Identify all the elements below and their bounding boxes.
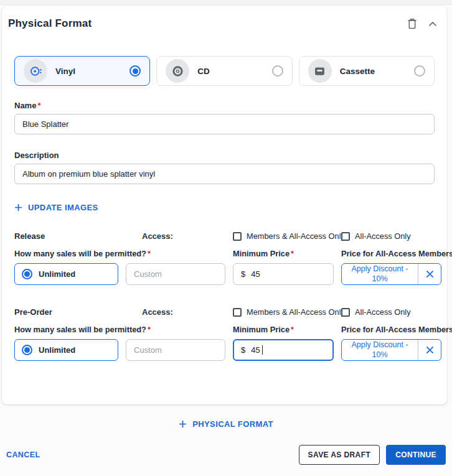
currency-symbol: $	[241, 269, 245, 279]
name-input[interactable]	[14, 114, 435, 134]
top-strip	[0, 0, 452, 5]
cassette-radio[interactable]	[414, 65, 425, 77]
add-format-row: PHYSICAL FORMAT	[0, 419, 452, 429]
cd-radio[interactable]	[272, 65, 283, 77]
cancel-button[interactable]: CANCEL	[6, 450, 40, 459]
cd-icon	[166, 59, 189, 83]
update-images-row: UPDATE IMAGES	[14, 203, 435, 214]
access-label: Access:	[126, 231, 225, 241]
physical-format-card: Physical Format	[2, 6, 447, 404]
minimum-price-label: Minimum Price*	[233, 249, 334, 258]
release-access-row: Release Access: Members & All-Access Onl…	[14, 231, 435, 241]
text-cursor	[262, 345, 263, 355]
preorder-discount-control: Apply Discount - 10%	[341, 339, 441, 361]
description-input[interactable]	[14, 164, 435, 184]
plus-icon	[179, 420, 187, 428]
release-min-price-input[interactable]: $ 45	[233, 263, 334, 285]
cassette-icon	[308, 59, 332, 83]
allaccess-price-label: Price for All-Access Members	[341, 249, 441, 258]
preorder-custom-input[interactable]	[126, 339, 225, 361]
preorder-min-price-input[interactable]: $ 45	[233, 339, 334, 361]
trash-icon[interactable]	[407, 18, 417, 29]
add-physical-format-button[interactable]: PHYSICAL FORMAT	[179, 419, 273, 429]
remove-discount-button[interactable]	[418, 264, 441, 284]
access-label: Access:	[126, 307, 225, 317]
release-allaccess-checkbox[interactable]: All-Access Only	[341, 231, 441, 241]
format-card-cassette[interactable]: Cassette	[299, 56, 435, 86]
format-label: Vinyl	[55, 67, 121, 76]
release-unlimited-option[interactable]: Unlimited	[14, 263, 118, 285]
format-card-vinyl[interactable]: Vinyl	[14, 56, 150, 86]
unlimited-label: Unlimited	[39, 269, 75, 279]
checkbox-label: Members & All-Access Only	[247, 231, 345, 241]
preorder-unlimited-option[interactable]: Unlimited	[14, 339, 118, 361]
apply-discount-button[interactable]: Apply Discount - 10%	[342, 264, 418, 284]
description-label: Description	[14, 151, 435, 160]
minimum-price-text: Minimum Price	[233, 249, 290, 258]
add-format-label: PHYSICAL FORMAT	[192, 419, 273, 429]
price-value: 45	[251, 269, 260, 279]
release-column-labels: How many sales will be permitted?* Minim…	[14, 249, 435, 258]
required-asterisk: *	[291, 249, 294, 258]
required-asterisk: *	[291, 325, 294, 334]
footer-actions: SAVE AS DRAFT CONTINUE	[299, 445, 446, 465]
format-label: Cassette	[340, 67, 406, 76]
sales-permitted-text: How many sales will be permitted?	[14, 249, 146, 258]
collapse-chevron-icon[interactable]	[428, 21, 437, 27]
plus-icon	[14, 203, 22, 212]
checkbox-label: All-Access Only	[355, 307, 411, 317]
checkbox-icon[interactable]	[341, 308, 350, 317]
required-asterisk: *	[148, 325, 151, 334]
currency-symbol: $	[241, 345, 245, 355]
preorder-access-row: Pre-Order Access: Members & All-Access O…	[14, 307, 435, 317]
preorder-inputs-row: Unlimited $ 45 Apply Discount - 10%	[14, 339, 435, 361]
checkbox-icon[interactable]	[233, 308, 242, 317]
close-icon	[425, 345, 435, 355]
release-custom-input[interactable]	[126, 263, 225, 285]
preorder-members-allaccess-checkbox[interactable]: Members & All-Access Only	[233, 307, 334, 317]
format-selector: Vinyl CD	[14, 56, 435, 86]
card-header: Physical Format	[2, 17, 447, 30]
continue-button[interactable]: CONTINUE	[386, 445, 446, 465]
sales-permitted-label: How many sales will be permitted?*	[14, 249, 225, 258]
checkbox-icon[interactable]	[341, 232, 350, 241]
checkbox-icon[interactable]	[233, 232, 242, 241]
release-discount-control: Apply Discount - 10%	[341, 263, 441, 285]
vinyl-icon	[24, 59, 47, 83]
sales-permitted-label: How many sales will be permitted?*	[14, 325, 225, 334]
section-title-release: Release	[14, 231, 118, 241]
vinyl-radio[interactable]	[129, 65, 141, 77]
format-label: CD	[197, 67, 263, 76]
preorder-allaccess-checkbox[interactable]: All-Access Only	[341, 307, 441, 317]
unlimited-label: Unlimited	[39, 345, 75, 355]
card-body: Vinyl CD	[2, 56, 447, 361]
required-asterisk: *	[148, 249, 151, 258]
remove-discount-button[interactable]	[418, 340, 441, 360]
required-asterisk: *	[37, 101, 40, 110]
preorder-column-labels: How many sales will be permitted?* Minim…	[14, 325, 435, 334]
save-as-draft-button[interactable]: SAVE AS DRAFT	[299, 445, 380, 465]
price-value: 45	[251, 345, 260, 355]
update-images-label: UPDATE IMAGES	[28, 203, 98, 212]
sales-permitted-text: How many sales will be permitted?	[14, 325, 146, 334]
close-icon	[425, 269, 435, 279]
unlimited-radio[interactable]	[22, 345, 32, 355]
footer-bar: CANCEL SAVE AS DRAFT CONTINUE	[0, 445, 452, 465]
name-label-text: Name	[14, 101, 36, 110]
allaccess-price-label: Price for All-Access Members	[341, 325, 441, 334]
name-label: Name*	[14, 101, 435, 110]
format-card-cd[interactable]: CD	[156, 56, 292, 86]
update-images-button[interactable]: UPDATE IMAGES	[14, 203, 98, 212]
apply-discount-button[interactable]: Apply Discount - 10%	[342, 340, 418, 360]
section-title-preorder: Pre-Order	[14, 307, 118, 317]
checkbox-label: All-Access Only	[355, 231, 411, 241]
minimum-price-text: Minimum Price	[233, 325, 290, 334]
unlimited-radio[interactable]	[22, 269, 32, 279]
release-inputs-row: Unlimited $ 45 Apply Discount - 10%	[14, 263, 435, 285]
minimum-price-label: Minimum Price*	[233, 325, 334, 334]
page-title: Physical Format	[8, 17, 92, 30]
checkbox-label: Members & All-Access Only	[247, 307, 345, 317]
header-actions	[407, 18, 437, 29]
release-members-allaccess-checkbox[interactable]: Members & All-Access Only	[233, 231, 334, 241]
